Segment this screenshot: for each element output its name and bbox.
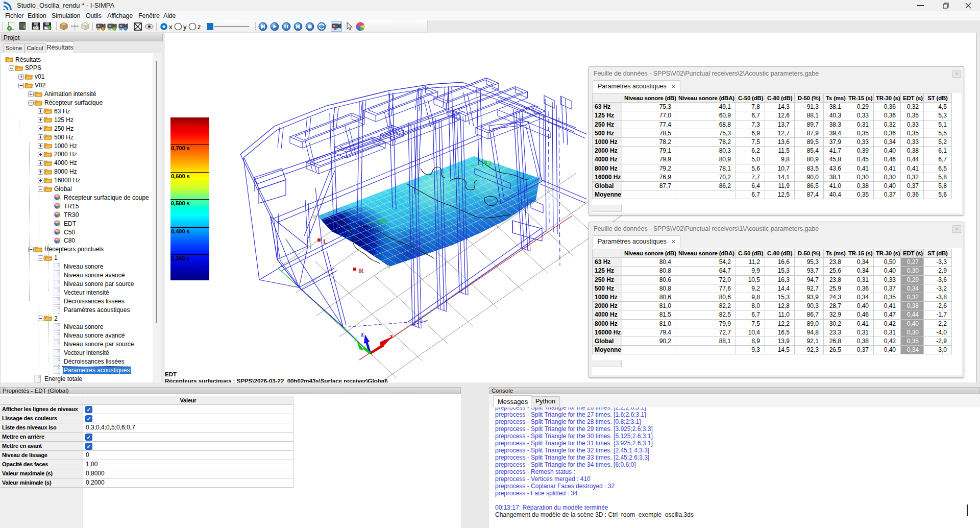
svg-text:B: B (313, 213, 317, 220)
svg-text:A: A (386, 263, 390, 270)
svg-text:z: z (361, 330, 364, 338)
svg-text:x: x (390, 332, 393, 340)
svg-text:y: y (354, 335, 357, 342)
svg-text:L: L (323, 237, 328, 245)
svg-text:1: 1 (384, 218, 387, 225)
svg-text:R: R (359, 267, 364, 274)
svg-text:2: 2 (488, 160, 492, 167)
